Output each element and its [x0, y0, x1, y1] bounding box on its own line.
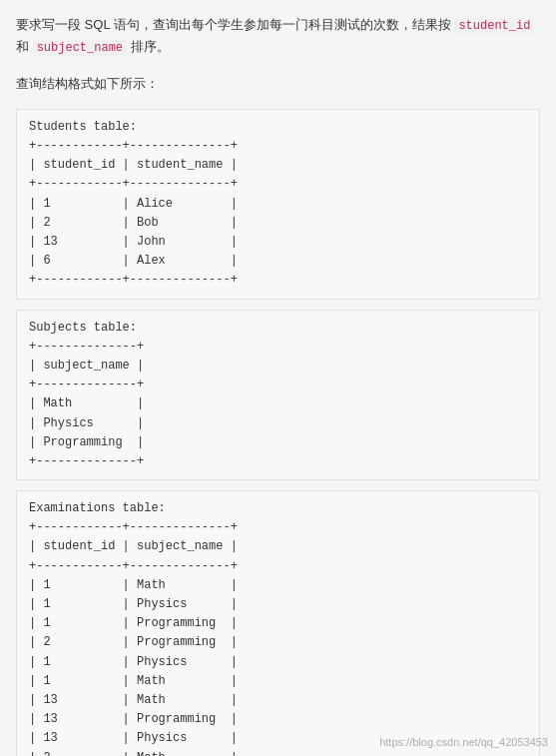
examinations-table-section: Examinations table: +------------+------… — [16, 490, 540, 756]
examinations-table-label: Examinations table: — [29, 501, 166, 515]
examinations-table-block: Examinations table: +------------+------… — [16, 490, 540, 756]
subjects-table-section: Subjects table: +--------------+ | subje… — [16, 310, 540, 481]
subjects-table-label: Subjects table: — [29, 321, 137, 335]
examinations-table-content: +------------+--------------+ | student_… — [29, 520, 238, 756]
watermark: https://blog.csdn.net/qq_42053453 — [379, 736, 548, 748]
students-table-content: +------------+--------------+ | student_… — [29, 139, 238, 287]
intro-text-format: 查询结构格式如下所示： — [16, 76, 159, 91]
intro-paragraph: 要求写一段 SQL 语句，查询出每个学生参加每一门科目测试的次数，结果按 stu… — [16, 14, 540, 95]
subjects-table-content: +--------------+ | subject_name | +-----… — [29, 340, 144, 468]
students-table-block: Students table: +------------+----------… — [16, 109, 540, 300]
students-table-label: Students table: — [29, 120, 137, 134]
intro-text-main: 要求写一段 SQL 语句，查询出每个学生参加每一门科目测试的次数，结果按 stu… — [16, 17, 534, 54]
code-subject-name: subject_name — [33, 40, 127, 56]
students-table-section: Students table: +------------+----------… — [16, 109, 540, 300]
code-student-id: student_id — [454, 18, 534, 34]
subjects-table-block: Subjects table: +--------------+ | subje… — [16, 310, 540, 481]
